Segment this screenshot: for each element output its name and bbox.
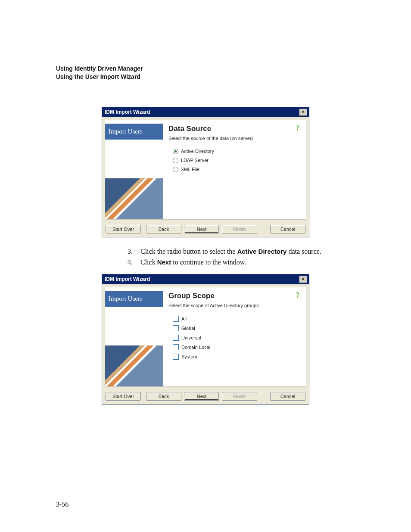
- header-line-1: Using Identity Driven Manager: [56, 65, 355, 73]
- page-number: 3-56: [56, 501, 68, 508]
- radio-active-directory[interactable]: Active Directory: [173, 147, 302, 156]
- dialog-group-scope: IDM Import Wizard × Import Users ? Group…: [102, 274, 309, 404]
- dialog-title-text: IDM Import Wizard: [105, 109, 150, 115]
- check-label: Domain Local: [181, 345, 210, 350]
- checkbox-icon: [173, 344, 179, 350]
- next-button[interactable]: Next: [184, 225, 219, 233]
- left-panel-label: Import Users: [105, 291, 163, 307]
- help-icon[interactable]: ?: [296, 291, 303, 299]
- checkbox-icon: [173, 335, 179, 341]
- dialog-heading: Data Source: [168, 124, 302, 133]
- checkbox-icon: [173, 325, 179, 331]
- radio-label: LDAP Server: [181, 158, 209, 163]
- step-3: 3. Click the radio button to select the …: [121, 246, 355, 257]
- dialog-title-text: IDM Import Wizard: [105, 276, 150, 282]
- check-label: Universal: [181, 335, 201, 340]
- cancel-button[interactable]: Cancel: [270, 392, 305, 401]
- radio-label: Active Directory: [181, 149, 214, 154]
- check-label: System: [181, 354, 197, 359]
- checkbox-icon: [173, 354, 179, 360]
- dialog-left-panel: Import Users: [105, 287, 163, 386]
- finish-button[interactable]: Finish: [222, 225, 257, 233]
- dialog-subtext: Select the source of the data (on server…: [168, 136, 302, 141]
- dialog-data-source: IDM Import Wizard × Import Users ? Data …: [102, 107, 309, 237]
- dialog-titlebar: IDM Import Wizard ×: [102, 107, 309, 117]
- check-label: Global: [181, 326, 195, 331]
- dialog-titlebar: IDM Import Wizard ×: [102, 274, 309, 284]
- dialog-button-bar: Start Over Back Next Finish Cancel: [102, 389, 309, 404]
- start-over-button[interactable]: Start Over: [106, 225, 141, 233]
- footer-rule: [56, 493, 355, 493]
- radio-icon: [173, 158, 178, 163]
- decorative-image: [105, 345, 163, 386]
- close-icon[interactable]: ×: [299, 276, 307, 283]
- instruction-steps: 3. Click the radio button to select the …: [121, 246, 355, 268]
- page-header: Using Identity Driven Manager Using the …: [56, 65, 355, 81]
- radio-label: XML File: [181, 167, 199, 172]
- step-4: 4. Click Next to continue to the window.: [121, 257, 355, 268]
- check-universal[interactable]: Universal: [173, 333, 302, 342]
- dialog-button-bar: Start Over Back Next Finish Cancel: [102, 222, 309, 237]
- radio-xml-file[interactable]: XML File: [173, 165, 302, 174]
- finish-button[interactable]: Finish: [222, 392, 257, 401]
- close-icon[interactable]: ×: [299, 109, 307, 116]
- left-panel-label: Import Users: [105, 124, 163, 140]
- help-icon[interactable]: ?: [296, 124, 303, 131]
- checkbox-icon: [173, 316, 179, 322]
- check-global[interactable]: Global: [173, 324, 302, 333]
- check-label: All: [181, 316, 187, 321]
- check-system[interactable]: System: [173, 352, 302, 361]
- dialog-heading: Group Scope: [168, 292, 302, 300]
- check-all[interactable]: All: [173, 314, 302, 324]
- next-button[interactable]: Next: [184, 392, 219, 401]
- radio-icon: [173, 167, 178, 172]
- header-line-2: Using the User Import Wizard: [56, 73, 355, 81]
- check-domain-local[interactable]: Domain Local: [173, 342, 302, 352]
- radio-ldap-server[interactable]: LDAP Server: [173, 156, 302, 165]
- back-button[interactable]: Back: [146, 392, 181, 401]
- cancel-button[interactable]: Cancel: [270, 225, 305, 233]
- radio-icon: [173, 149, 178, 154]
- start-over-button[interactable]: Start Over: [106, 392, 141, 401]
- back-button[interactable]: Back: [146, 225, 181, 233]
- decorative-image: [105, 178, 163, 219]
- dialog-subtext: Select the scope of Active Directory gro…: [168, 303, 302, 308]
- dialog-left-panel: Import Users: [105, 120, 163, 219]
